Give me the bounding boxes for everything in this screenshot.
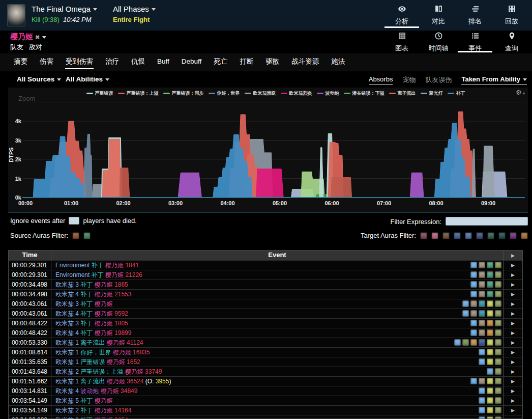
aura-icon[interactable] bbox=[487, 378, 493, 384]
aura-icon[interactable] bbox=[495, 310, 501, 317]
event-source[interactable]: 欧米茄 1 bbox=[55, 378, 79, 385]
table-row[interactable]: 00:01:51.662欧米茄 1 离子流出 樱乃姬 36524 (O: 395… bbox=[9, 376, 522, 386]
table-row[interactable]: 00:00:43.061欧米茄 3 补丁 樱乃姬▶ bbox=[9, 299, 522, 309]
target-aura-icon[interactable] bbox=[420, 232, 427, 239]
target-aura-icon[interactable] bbox=[498, 232, 506, 239]
expand-row-button[interactable]: ▶ bbox=[503, 357, 522, 367]
aura-icon[interactable] bbox=[487, 407, 493, 413]
event-target[interactable]: 樱乃姬 bbox=[105, 262, 124, 269]
tab-3[interactable]: 治疗 bbox=[105, 56, 120, 69]
target-aura-icon[interactable] bbox=[487, 232, 494, 239]
event-target[interactable]: 樱乃姬 bbox=[125, 368, 143, 375]
aura-icon[interactable] bbox=[454, 339, 461, 346]
event-target[interactable]: 樱乃姬 bbox=[95, 310, 113, 317]
source-aura-icon[interactable] bbox=[83, 232, 91, 239]
event-ability[interactable]: 严重错误 bbox=[80, 358, 105, 366]
event-ability[interactable]: 离子流出 bbox=[80, 339, 105, 346]
event-target[interactable]: 樱乃姬 bbox=[113, 349, 131, 356]
target-aura-icon[interactable] bbox=[431, 232, 438, 239]
aura-icon[interactable] bbox=[479, 397, 485, 404]
aura-icon[interactable] bbox=[487, 339, 493, 346]
aura-icon[interactable] bbox=[479, 262, 485, 268]
ignore-deaths-input[interactable] bbox=[69, 217, 79, 225]
aura-icon[interactable] bbox=[479, 387, 485, 394]
event-ability[interactable]: 补丁 bbox=[80, 291, 93, 298]
aura-icon[interactable] bbox=[487, 349, 493, 355]
event-target[interactable]: 樱乃姬 bbox=[101, 387, 119, 395]
target-aura-icon[interactable] bbox=[465, 232, 472, 239]
aura-icon[interactable] bbox=[495, 271, 501, 278]
aura-icon[interactable] bbox=[479, 407, 485, 413]
aura-icon[interactable] bbox=[495, 262, 501, 268]
legend-item[interactable]: 严重错误：同步 bbox=[163, 90, 204, 97]
source-aura-icon[interactable] bbox=[72, 232, 79, 239]
table-row[interactable]: 00:00:43.061欧米茄 4 补丁 樱乃姬 9592▶ bbox=[9, 309, 522, 318]
filter-option-0[interactable]: Absorbs bbox=[369, 75, 393, 85]
aura-icon[interactable] bbox=[479, 416, 485, 419]
legend-item[interactable]: 离子流出 bbox=[389, 90, 416, 97]
target-link-1[interactable]: 敌对 bbox=[29, 43, 42, 51]
event-source[interactable]: 欧米茄 4 bbox=[55, 387, 79, 395]
legend-item[interactable]: 严重错误：上溢 bbox=[118, 90, 159, 97]
aura-icon[interactable] bbox=[470, 271, 477, 278]
event-source[interactable]: 欧米茄 2 bbox=[55, 407, 79, 414]
aura-icon[interactable] bbox=[479, 271, 485, 278]
aura-icon[interactable] bbox=[470, 262, 477, 268]
aura-icon[interactable] bbox=[495, 300, 501, 307]
chart-settings-icon[interactable]: ⚙ ▾ bbox=[516, 89, 525, 96]
target-aura-icon[interactable] bbox=[521, 232, 528, 239]
aura-icon[interactable] bbox=[479, 378, 485, 384]
target-aura-icon[interactable] bbox=[476, 232, 483, 239]
event-source[interactable]: 欧米茄 4 bbox=[55, 310, 79, 317]
event-source[interactable]: 欧米茄 3 bbox=[55, 300, 79, 308]
event-target[interactable]: 樱乃姬 bbox=[95, 300, 113, 308]
event-source[interactable]: Environment bbox=[55, 271, 90, 278]
expand-row-button[interactable]: ▶ bbox=[503, 280, 522, 289]
aura-icon[interactable] bbox=[487, 262, 493, 268]
legend-item[interactable]: 聚光灯 bbox=[421, 90, 443, 97]
event-column-header[interactable]: Event bbox=[51, 250, 503, 260]
chart-plot[interactable]: 0k1k2k3k4k00:0001:0002:0003:0004:0005:00… bbox=[8, 88, 528, 213]
tab-5[interactable]: Buff bbox=[157, 57, 170, 68]
event-source[interactable]: 欧米茄 4 bbox=[55, 291, 79, 298]
legend-item[interactable]: 欧米茄烈炎 bbox=[281, 90, 312, 97]
aura-icon[interactable] bbox=[470, 291, 477, 297]
aura-icon[interactable] bbox=[495, 320, 501, 326]
expand-column-header[interactable]: ▶ bbox=[503, 250, 522, 260]
event-ability[interactable]: 你好，世界 bbox=[80, 349, 111, 356]
aura-icon[interactable] bbox=[487, 368, 493, 375]
table-row[interactable]: 00:01:08.614欧米茄 1 你好，世界 樱乃姬 16835▶ bbox=[9, 347, 522, 357]
target-aura-icon[interactable] bbox=[442, 232, 450, 239]
expand-row-button[interactable]: ▶ bbox=[503, 290, 522, 299]
aura-icon[interactable] bbox=[470, 300, 477, 307]
aura-icon[interactable] bbox=[487, 387, 493, 394]
aura-icon[interactable] bbox=[479, 291, 485, 297]
tab-11[interactable]: 施法 bbox=[331, 56, 345, 69]
event-ability[interactable]: 补丁 bbox=[92, 271, 104, 278]
aura-icon[interactable] bbox=[462, 310, 469, 317]
table-row[interactable]: 00:03:54.149欧米茄 2 补丁 樱乃姬 14164▶ bbox=[9, 405, 522, 415]
target-aura-icon[interactable] bbox=[510, 232, 517, 239]
aura-icon[interactable] bbox=[470, 329, 477, 336]
aura-icon[interactable] bbox=[495, 349, 501, 355]
aura-icon[interactable] bbox=[495, 387, 501, 394]
aura-icon[interactable] bbox=[479, 310, 485, 317]
aura-icon[interactable] bbox=[479, 349, 485, 355]
table-row[interactable]: 00:00:53.330欧米茄 1 离子流出 樱乃姬 41124▶ bbox=[9, 338, 522, 347]
nav-eye[interactable]: 分析 bbox=[383, 0, 420, 31]
tab-4[interactable]: 仇恨 bbox=[131, 56, 145, 69]
table-row[interactable]: 00:01:35.635欧米茄 1 严重错误 樱乃姬 1652▶ bbox=[9, 357, 522, 367]
event-ability[interactable]: 补丁 bbox=[80, 281, 93, 288]
aura-icon[interactable] bbox=[495, 397, 501, 404]
aura-icon[interactable] bbox=[479, 339, 485, 346]
event-target[interactable]: 樱乃姬 bbox=[95, 281, 113, 288]
legend-item[interactable]: 波动炮 bbox=[317, 90, 339, 97]
aura-icon[interactable] bbox=[495, 291, 501, 297]
time-column-header[interactable]: Time bbox=[9, 250, 51, 260]
event-ability[interactable]: 补丁 bbox=[80, 300, 93, 308]
table-row[interactable]: 00:01:43.648欧米茄 2 严重错误：上溢 樱乃姬 33749▶ bbox=[9, 367, 522, 376]
aura-icon[interactable] bbox=[479, 320, 485, 326]
event-target[interactable]: 樱乃姬 bbox=[105, 271, 124, 278]
aura-icon[interactable] bbox=[487, 320, 493, 326]
expand-row-button[interactable]: ▶ bbox=[503, 367, 522, 376]
